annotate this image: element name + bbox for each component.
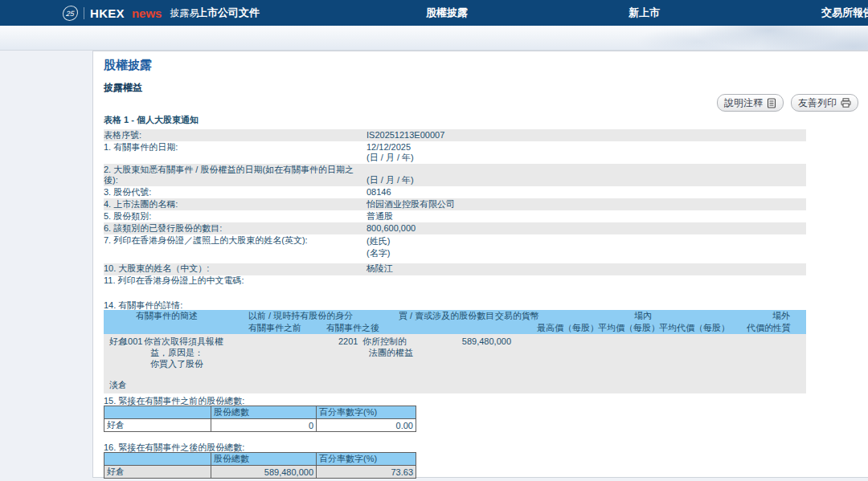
percentage-value: 73.63 — [317, 466, 416, 479]
logo-divider — [84, 7, 84, 19]
form-row-label: 10. 大股東的姓名（中文）: — [104, 263, 366, 275]
col-event-description: 有關事件的簡述 — [136, 310, 198, 322]
notes-button-label: 說明注釋 — [724, 96, 763, 110]
form-row-value: 800,600,000 — [366, 223, 806, 234]
capacity-after-code: 2201 — [338, 336, 358, 347]
form-row-label: 3. 股份代號: — [104, 187, 366, 198]
form-row: 3. 股份代號: 08146 — [104, 186, 806, 198]
shares-involved-value: 589,480,000 — [409, 336, 511, 347]
col-off-market: 場外 — [772, 310, 790, 322]
col-currency: 交易的貨幣 — [495, 310, 539, 322]
brand-hkex: HKEX — [90, 6, 125, 20]
form-title: 表格 1 - 個人大股東通知 — [104, 114, 199, 126]
total-shares-value: 0 — [211, 419, 317, 432]
form-row: 5. 股份類別: 普通股 — [104, 210, 806, 222]
section15-table: 股份總數 百分率數字(%) 好倉 0 0.00 — [104, 406, 416, 432]
form-row-label: 6. 該類別的已發行股份的數目: — [104, 223, 366, 234]
col-average-price: 平均價（每股） — [598, 322, 660, 334]
form-row-label: 4. 上市法團的名稱: — [104, 199, 366, 210]
col-after-event: 有關事件之後 — [326, 322, 379, 334]
page-subtitle: 披露權益 — [104, 81, 142, 95]
total-shares-header: 股份總數 — [211, 406, 317, 419]
col-shares-involved: 買 / 賣或涉及的股份數目 — [399, 310, 494, 322]
form-row-value: 怡园酒业控股有限公司 — [366, 199, 806, 210]
total-shares-value: 589,480,000 — [211, 466, 317, 479]
notes-icon — [767, 98, 776, 108]
brand-news: news — [132, 6, 162, 20]
col-before-event: 有關事件之前 — [248, 322, 301, 334]
form-row-value: IS20251213E00007 — [366, 130, 806, 141]
col-capacity: 以前 / 現時持有股份的身分 — [248, 310, 353, 322]
percentage-header: 百分率數字(%) — [317, 406, 416, 419]
form-row-value: 普通股 — [366, 211, 806, 222]
col-consideration-nature: 代價的性質 — [747, 322, 791, 334]
percentage-value: 0.00 — [317, 419, 416, 432]
printer-icon — [841, 98, 851, 108]
position-label: 好倉 — [104, 419, 211, 432]
form-row-label: 5. 股份類別: — [104, 211, 366, 222]
col-on-market: 場內 — [634, 310, 652, 322]
print-button-label: 友善列印 — [798, 96, 837, 110]
form-row-label: 1. 有關事件的日期: — [104, 142, 366, 164]
position-label: 好倉 — [104, 466, 211, 479]
form-row-value — [366, 275, 806, 287]
section14-table-header: 有關事件的簡述 以前 / 現時持有股份的身分 買 / 賣或涉及的股份數目 交易的… — [104, 310, 806, 334]
form-row-value: 杨陵江 — [366, 263, 806, 275]
event-description: 你首次取得須具報權益，原因是：你買入了股份 — [144, 336, 223, 369]
form-row-value: 12/12/2025(日 / 月 / 年) — [366, 142, 806, 164]
table-row: 好倉 589,480,000 73.63 — [104, 466, 416, 479]
col-highest-price: 最高價（每股） — [537, 322, 599, 334]
nav-menu-item[interactable]: 新上市 — [628, 0, 660, 26]
nav-menu-item[interactable]: 交易所報告 — [821, 0, 868, 26]
short-position-label: 淡倉 — [109, 379, 127, 390]
form-row: 表格序號: IS20251213E00007 — [104, 129, 806, 141]
form-row: 4. 上市法團的名稱: 怡园酒业控股有限公司 — [104, 198, 806, 210]
form-row-label: 11. 列印在香港身份證上的中文電碼: — [104, 275, 366, 287]
col-average-consideration: 平均代價（每股） — [659, 322, 730, 334]
form-row-value: (姓氏)(名字) — [366, 235, 806, 259]
nav-menu-item[interactable]: 上市公司文件 — [197, 0, 260, 26]
form-row-label: 2. 大股東知悉有關事件 / 股份權益的日期(如在有關事件的日期之後): — [104, 165, 366, 186]
form-row-value: 08146 — [366, 187, 806, 198]
notes-button[interactable]: 說明注釋 — [717, 94, 784, 112]
content-panel: 股權披露 披露權益 說明注釋 友善列印 表格 1 - 個人大股東通知 表格序號: — [92, 51, 868, 478]
capacity-after-description: 你所控制的法團的權益 — [362, 336, 413, 358]
page-actions: 說明注釋 友善列印 — [717, 94, 858, 112]
form-row-label: 7. 列印在香港身份證／護照上的大股東的姓名(英文): — [104, 235, 366, 259]
top-navbar: 25 HKEXnews披露易 上市公司文件 股權披露 新上市 交易所報告 — [0, 0, 868, 26]
form-row: 1. 有關事件的日期: 12/12/2025(日 / 月 / 年) — [104, 141, 806, 164]
form-row: 2. 大股東知悉有關事件 / 股份權益的日期(如在有關事件的日期之後): (日 … — [104, 164, 806, 186]
section16-table: 股份總數 百分率數字(%) 好倉 589,480,000 73.63 — [104, 452, 416, 479]
page-title: 股權披露 — [104, 58, 152, 73]
hkexnews-logo[interactable]: 25 HKEXnews披露易 — [63, 0, 199, 26]
blank-header-cell — [104, 453, 211, 466]
form-row: 10. 大股東的姓名（中文）: 杨陵江 — [104, 263, 806, 275]
form-row-value: (日 / 月 / 年) — [366, 165, 806, 186]
print-button[interactable]: 友善列印 — [791, 94, 858, 112]
disclosure-form-rows: 表格序號: IS20251213E00007 1. 有關事件的日期: 12/12… — [104, 129, 806, 287]
form-row: 7. 列印在香港身份證／護照上的大股東的姓名(英文): (姓氏)(名字) — [104, 234, 806, 263]
table-row: 好倉 0 0.00 — [104, 419, 416, 432]
event-code: 1001 — [123, 336, 142, 347]
header-banner — [0, 26, 868, 51]
total-shares-header: 股份總數 — [211, 453, 317, 466]
form-row: 6. 該類別的已發行股份的數目: 800,600,000 — [104, 222, 806, 234]
blank-header-cell — [104, 406, 211, 419]
section14-table-body: 好倉 1001 你首次取得須具報權益，原因是：你買入了股份 2201 你所控制的… — [104, 334, 806, 393]
form-row: 11. 列印在香港身份證上的中文電碼: — [104, 275, 806, 287]
form-row-label: 表格序號: — [104, 130, 366, 141]
nav-menu-item[interactable]: 股權披露 — [426, 0, 468, 26]
hkex-25th-anniversary-icon: 25 — [62, 6, 79, 21]
brand-chinese: 披露易 — [170, 6, 199, 20]
percentage-header: 百分率數字(%) — [317, 453, 416, 466]
